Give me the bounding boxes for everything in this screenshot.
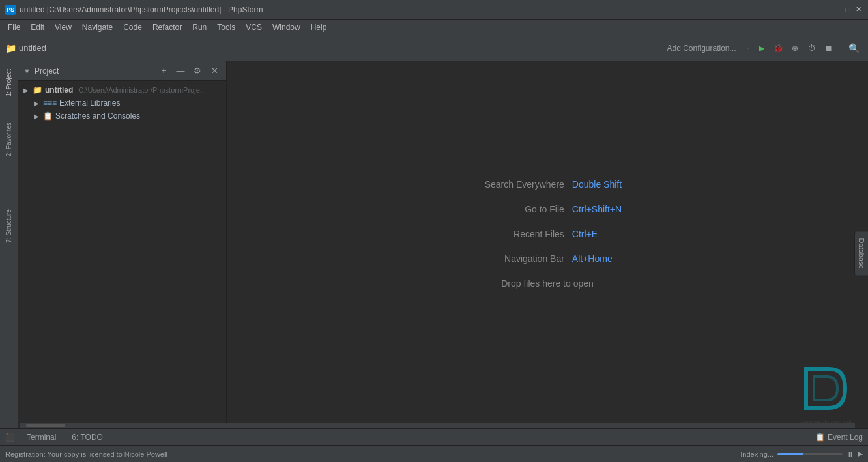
- project-close-button[interactable]: ✕: [208, 65, 221, 78]
- nav-bar-row: Navigation Bar Alt+Home: [473, 253, 622, 264]
- project-tree: ▶ 📁 untitled C:\Users\Administrator\Phps…: [18, 81, 226, 445]
- menu-window[interactable]: Window: [267, 21, 306, 34]
- arrow-icon: ▶: [34, 113, 39, 120]
- drop-files-label: Drop files here to open: [473, 278, 622, 289]
- nav-bar-shortcut: Alt+Home: [572, 253, 613, 264]
- recent-files-row: Recent Files Ctrl+E: [473, 229, 622, 239]
- coverage-button[interactable]: ⊕: [787, 40, 803, 56]
- library-icon: ≡≡≡: [43, 98, 57, 108]
- event-log-icon: 📋: [815, 433, 825, 442]
- title-bar: PS untitled [C:\Users\Administrator\Phps…: [0, 0, 868, 20]
- menu-refactor[interactable]: Refactor: [147, 21, 187, 34]
- goto-file-label: Go to File: [473, 204, 564, 214]
- menu-navigate[interactable]: Navigate: [77, 21, 118, 34]
- arrow-icon: ▶: [23, 87, 29, 94]
- scrollbar-thumb[interactable]: [26, 424, 65, 427]
- search-everywhere-shortcut: Double Shift: [572, 179, 622, 190]
- sidebar-item-project[interactable]: 1: Project: [3, 64, 14, 102]
- project-settings-button[interactable]: ⚙: [191, 65, 204, 78]
- tree-item-external-libraries[interactable]: ▶ ≡≡≡ External Libraries: [18, 96, 226, 109]
- app-icon: PS: [5, 5, 16, 15]
- project-panel-icon: ▼: [23, 67, 31, 75]
- close-button[interactable]: ✕: [854, 5, 863, 14]
- project-name: untitled: [19, 43, 46, 53]
- scratch-icon: 📋: [43, 111, 53, 121]
- database-tab[interactable]: Database: [854, 231, 868, 275]
- arrow-icon: ▶: [34, 100, 39, 107]
- menu-code[interactable]: Code: [118, 21, 147, 34]
- tree-item-scratches[interactable]: ▶ 📋 Scratches and Consoles: [18, 109, 226, 123]
- terminal-icon: ⬛: [5, 433, 15, 442]
- sidebar-item-favorites[interactable]: 2: Favorites: [3, 117, 14, 162]
- event-log-item[interactable]: 📋 Event Log: [815, 433, 863, 442]
- profile-button[interactable]: ⏱: [804, 40, 820, 56]
- folder-icon: 📁: [5, 43, 16, 53]
- recent-files-label: Recent Files: [473, 229, 564, 239]
- status-bar: Registration: Your copy is licensed to N…: [0, 445, 868, 462]
- welcome-content: Search Everywhere Double Shift Go to Fil…: [473, 179, 622, 289]
- watermark: www.weidu.com.net: [800, 362, 852, 426]
- registration-status: Registration: Your copy is licensed to N…: [5, 450, 167, 458]
- drop-files-row: Drop files here to open: [473, 278, 622, 289]
- menu-view[interactable]: View: [50, 21, 77, 34]
- window-controls: ─ □ ✕: [833, 5, 863, 14]
- pause-icon[interactable]: ⏸: [846, 450, 854, 458]
- goto-file-shortcut: Ctrl+Shift+N: [572, 204, 622, 214]
- toolbar-separator: ·: [747, 42, 749, 54]
- indexing-status: Indexing... ⏸ ▶: [740, 450, 863, 458]
- run-controls: ▶ 🐞 ⊕ ⏱ ⏹: [753, 40, 837, 56]
- tree-item-label: Scratches and Consoles: [55, 111, 140, 121]
- watermark-logo: [800, 362, 852, 414]
- menu-help[interactable]: Help: [306, 21, 332, 34]
- progress-bar: [777, 453, 843, 455]
- project-panel-title: Project: [35, 66, 153, 76]
- menu-run[interactable]: Run: [187, 21, 212, 34]
- play-icon[interactable]: ▶: [858, 450, 863, 458]
- recent-files-shortcut: Ctrl+E: [572, 229, 598, 239]
- menu-bar: File Edit View Navigate Code Refactor Ru…: [0, 20, 868, 35]
- tree-item-label: untitled: [45, 85, 73, 94]
- indexing-label: Indexing...: [740, 450, 774, 458]
- project-panel-header: ▼ Project + — ⚙ ✕: [18, 61, 226, 81]
- toolbar: 📁 untitled Add Configuration... · ▶ 🐞 ⊕ …: [0, 35, 868, 61]
- search-everywhere-button[interactable]: 🔍: [845, 39, 863, 57]
- tree-item-untitled[interactable]: ▶ 📁 untitled C:\Users\Administrator\Phps…: [18, 83, 226, 96]
- search-everywhere-label: Search Everywhere: [473, 179, 564, 190]
- tree-item-label: External Libraries: [59, 98, 120, 108]
- menu-edit[interactable]: Edit: [25, 21, 50, 34]
- menu-vcs[interactable]: VCS: [240, 21, 267, 34]
- bottom-toolbar: ⬛ Terminal 6: TODO 📋 Event Log: [0, 428, 868, 445]
- left-sidebar-strip: 1: Project 2: Favorites 7: Structure: [0, 61, 18, 445]
- terminal-tab[interactable]: Terminal: [23, 431, 60, 443]
- run-button[interactable]: ▶: [753, 40, 769, 56]
- sidebar-item-structure[interactable]: 7: Structure: [3, 204, 14, 248]
- project-add-button[interactable]: +: [157, 65, 170, 78]
- maximize-button[interactable]: □: [843, 5, 852, 14]
- minimize-button[interactable]: ─: [833, 5, 842, 14]
- window-title: untitled [C:\Users\Administrator\Phpstor…: [20, 5, 833, 14]
- menu-file[interactable]: File: [3, 21, 25, 34]
- project-breadcrumb: 📁 untitled: [5, 43, 46, 53]
- stop-button[interactable]: ⏹: [821, 40, 837, 56]
- tree-item-path: C:\Users\Administrator\PhpstormProje...: [78, 86, 206, 94]
- progress-fill: [777, 453, 803, 455]
- menu-tools[interactable]: Tools: [212, 21, 240, 34]
- editor-area: Search Everywhere Double Shift Go to Fil…: [227, 61, 868, 445]
- goto-file-row: Go to File Ctrl+Shift+N: [473, 204, 622, 214]
- horizontal-scrollbar[interactable]: [20, 423, 855, 428]
- folder-icon: 📁: [33, 85, 42, 94]
- todo-tab[interactable]: 6: TODO: [68, 431, 107, 443]
- debug-button[interactable]: 🐞: [770, 40, 786, 56]
- project-panel: ▼ Project + — ⚙ ✕ ▶ 📁 untitled C:\Users\…: [18, 61, 227, 445]
- event-log-label: Event Log: [828, 433, 863, 442]
- main-area: 1: Project 2: Favorites 7: Structure ▼ P…: [0, 61, 868, 445]
- nav-bar-label: Navigation Bar: [473, 253, 564, 264]
- search-everywhere-row: Search Everywhere Double Shift: [473, 179, 622, 190]
- add-configuration-button[interactable]: Add Configuration...: [660, 41, 742, 55]
- project-collapse-button[interactable]: —: [174, 65, 187, 78]
